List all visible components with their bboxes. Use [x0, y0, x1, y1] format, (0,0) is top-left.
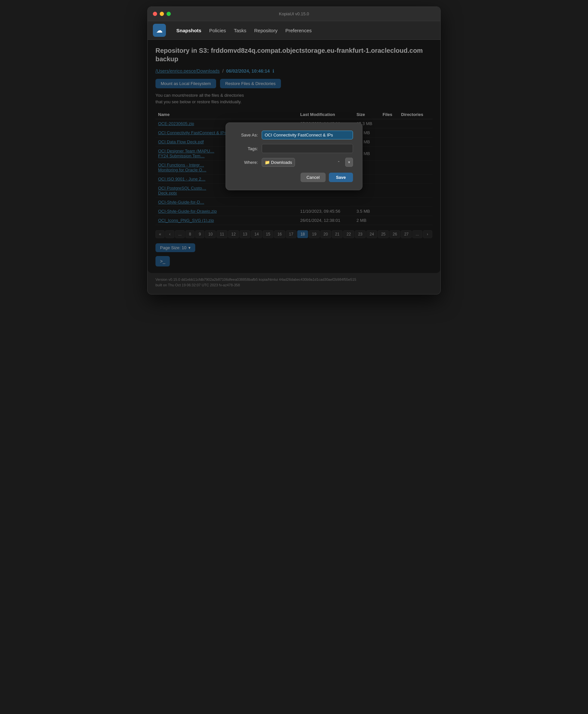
footer-line2: built on Thu Oct 19 06:32:07 UTC 2023 fv…	[155, 282, 433, 288]
tags-label: Tags:	[235, 146, 258, 151]
modal-buttons: Cancel Save	[235, 173, 353, 182]
tags-input[interactable]	[262, 144, 353, 153]
app-logo: ☁	[153, 24, 166, 37]
titlebar: KopiaUI v0.15.0	[148, 7, 440, 21]
logo-icon: ☁	[156, 26, 163, 34]
tags-row: Tags:	[235, 144, 353, 153]
chevron-down-icon: ▾	[348, 160, 350, 165]
window-title: KopiaUI v0.15.0	[279, 12, 309, 16]
maximize-button[interactable]	[167, 12, 171, 16]
nav-item-policies[interactable]: Policies	[209, 26, 226, 35]
traffic-lights	[153, 12, 171, 16]
cancel-button[interactable]: Cancel	[300, 173, 325, 182]
where-select[interactable]: 📁 DownloadsDocumentsDesktop	[262, 158, 295, 167]
save-dialog: Save As: Tags: Where: 📁 DownloadsDocumen…	[226, 123, 362, 190]
close-button[interactable]	[153, 12, 157, 16]
navbar: ☁ Snapshots Policies Tasks Repository Pr…	[148, 21, 440, 40]
where-row: Where: 📁 DownloadsDocumentsDesktop ▾	[235, 158, 353, 167]
modal-overlay: Save As: Tags: Where: 📁 DownloadsDocumen…	[148, 40, 440, 273]
where-expand-button[interactable]: ▾	[345, 158, 353, 167]
nav-item-snapshots[interactable]: Snapshots	[176, 26, 202, 35]
nav-item-preferences[interactable]: Preferences	[285, 26, 312, 35]
save-as-row: Save As:	[235, 131, 353, 139]
nav-item-tasks[interactable]: Tasks	[234, 26, 246, 35]
where-label: Where:	[235, 160, 258, 165]
save-button[interactable]: Save	[329, 173, 353, 182]
save-as-label: Save As:	[235, 133, 258, 137]
nav-item-repository[interactable]: Repository	[254, 26, 278, 35]
minimize-button[interactable]	[160, 12, 164, 16]
save-as-input[interactable]	[262, 131, 353, 139]
footer-line1: Version v0.15.0 dd1ebb11cfdb7902a2b87106…	[155, 277, 433, 282]
footer: Version v0.15.0 dd1ebb11cfdb7902a2b87106…	[148, 273, 440, 294]
